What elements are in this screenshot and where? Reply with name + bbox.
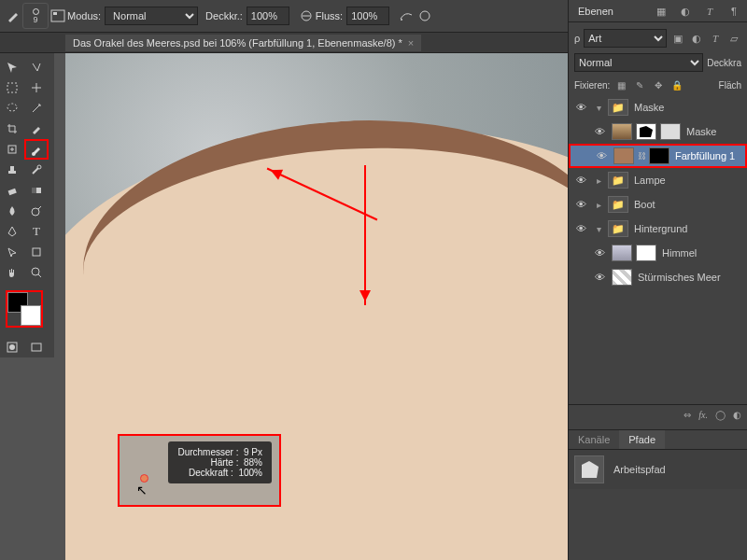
path-row[interactable]: Arbeitspfad [569, 450, 747, 489]
eyedropper-tool[interactable] [24, 119, 49, 139]
zoom-tool[interactable] [24, 262, 49, 283]
link-layers-icon[interactable]: ⇔ [684, 410, 691, 420]
pen-tool[interactable] [0, 221, 24, 242]
filter-shape-icon[interactable]: ▱ [726, 31, 741, 46]
visibility-icon[interactable]: 👁 [572, 199, 589, 210]
layer-group-boot[interactable]: 👁▸ 📁 Boot [569, 192, 747, 217]
lock-transparency-icon[interactable]: ▦ [613, 77, 628, 92]
link-icon[interactable]: ⛓ [638, 151, 645, 161]
layer-group-lampe[interactable]: 👁▸ 📁 Lampe [569, 168, 747, 192]
folder-icon: 📁 [608, 172, 628, 189]
layer-maske[interactable]: 👁 Maske [569, 119, 747, 144]
flow-label: Fluss: [316, 10, 343, 21]
document-tab[interactable]: Das Orakel des Meeres.psd bei 106% (Farb… [65, 35, 421, 51]
cursor-icon: ↖ [136, 483, 148, 497]
filter-prefix: ρ [574, 33, 580, 44]
fill-short-label: Fläch [719, 80, 741, 91]
visibility-icon[interactable]: 👁 [591, 126, 608, 137]
layer-himmel[interactable]: 👁 Himmel [569, 241, 747, 265]
svg-point-3 [401, 19, 402, 21]
visibility-icon[interactable]: 👁 [591, 272, 608, 283]
pressure-size-icon[interactable] [416, 7, 434, 25]
layer-stuermisches-meer[interactable]: 👁 Stürmisches Meer [569, 265, 747, 289]
screenmode-toggle[interactable] [24, 337, 49, 357]
paragraph-icon[interactable]: ¶ [726, 4, 741, 19]
channels-tab[interactable]: Kanäle [569, 430, 619, 449]
paths-tab[interactable]: Pfade [619, 430, 665, 449]
annotation-arrow [364, 165, 366, 305]
layer-fx-icon[interactable]: fx. [698, 410, 708, 420]
visibility-icon[interactable]: 👁 [572, 102, 589, 113]
move-tool[interactable] [0, 57, 24, 77]
crop-tool[interactable] [0, 119, 24, 139]
quick-select-tool[interactable] [24, 98, 49, 119]
shape-tool[interactable] [24, 242, 49, 262]
svg-rect-1 [53, 12, 57, 15]
color-swatches[interactable] [6, 290, 43, 328]
layer-blend-select[interactable]: Normal [574, 53, 703, 72]
opacity-input[interactable] [247, 7, 289, 25]
path-select-tool[interactable] [0, 242, 24, 262]
lasso-tool[interactable] [0, 98, 24, 119]
brush-hud: Durchmesser : 9 Px Härte : 88% Deckkraft… [168, 441, 272, 483]
visibility-icon[interactable]: 👁 [591, 247, 608, 259]
healing-tool[interactable] [0, 139, 24, 160]
visibility-icon[interactable]: 👁 [593, 150, 610, 161]
layer-group-maske[interactable]: 👁▾ 📁 Maske [569, 95, 747, 119]
type-panel-icon[interactable]: T [702, 4, 717, 19]
adjustment-layer-icon[interactable]: ◐ [733, 410, 741, 420]
quickmask-toggle[interactable] [0, 337, 24, 357]
brush-tool[interactable] [24, 139, 49, 160]
stamp-tool[interactable] [0, 160, 24, 180]
eraser-tool[interactable] [0, 180, 24, 201]
layers-list: 👁▾ 📁 Maske 👁 Maske 👁 ⛓ Farbfüllung 1 👁▸ … [569, 95, 747, 289]
opacity-short-label: Deckkra [707, 58, 741, 68]
svg-point-8 [32, 152, 35, 156]
svg-rect-10 [8, 189, 17, 195]
svg-rect-14 [33, 248, 40, 256]
flow-input[interactable] [346, 7, 389, 25]
tool-preset-icon[interactable] [4, 7, 22, 25]
pressure-opacity-icon[interactable] [297, 7, 316, 25]
lock-paint-icon[interactable]: ✎ [632, 77, 647, 92]
layer-farbfuellung-1[interactable]: 👁 ⛓ Farbfüllung 1 [569, 144, 747, 168]
path-name: Arbeitspfad [612, 464, 666, 475]
lock-all-icon[interactable]: 🔒 [669, 77, 684, 92]
brush-size-dropdown[interactable]: 9 [22, 3, 49, 29]
blur-tool[interactable] [0, 201, 24, 221]
gradient-tool[interactable] [24, 180, 49, 201]
brush-size-value: 9 [33, 15, 37, 24]
type-tool[interactable]: T [24, 221, 49, 242]
background-color[interactable] [21, 305, 41, 326]
artboard-tool[interactable] [24, 57, 49, 77]
move-arrow-tool[interactable] [24, 77, 49, 98]
visibility-icon[interactable]: 👁 [572, 223, 589, 234]
filter-type-icon[interactable]: T [708, 31, 723, 46]
tool-palette: T [0, 53, 54, 357]
path-thumbnail [574, 455, 604, 483]
airbrush-icon[interactable] [397, 7, 416, 25]
panel-icon[interactable]: ▦ [654, 4, 669, 19]
history-brush-tool[interactable] [24, 160, 49, 180]
layer-group-hintergrund[interactable]: 👁▾ 📁 Hintergrund [569, 217, 747, 241]
svg-point-13 [32, 208, 39, 216]
layer-filter-select[interactable]: Art [584, 29, 667, 48]
adjustments-icon[interactable]: ◐ [678, 4, 693, 19]
blend-mode-label: Modus: [67, 10, 101, 21]
blend-mode-select[interactable]: Normal [105, 7, 198, 25]
layer-mask-icon[interactable]: ◯ [715, 410, 726, 420]
hand-tool[interactable] [0, 262, 24, 283]
filter-adjust-icon[interactable]: ◐ [689, 31, 704, 46]
svg-rect-12 [32, 188, 36, 193]
marquee-tool[interactable] [0, 77, 24, 98]
svg-rect-18 [32, 343, 41, 351]
layers-panel-tab[interactable]: Ebenen [569, 2, 623, 21]
filter-image-icon[interactable]: ▣ [670, 31, 685, 46]
dodge-tool[interactable] [24, 201, 49, 221]
brush-panel-toggle-icon[interactable] [49, 7, 67, 25]
folder-icon: 📁 [608, 196, 628, 213]
svg-point-9 [37, 165, 41, 169]
close-icon[interactable]: × [408, 37, 414, 49]
visibility-icon[interactable]: 👁 [572, 175, 589, 186]
lock-position-icon[interactable]: ✥ [651, 77, 666, 92]
